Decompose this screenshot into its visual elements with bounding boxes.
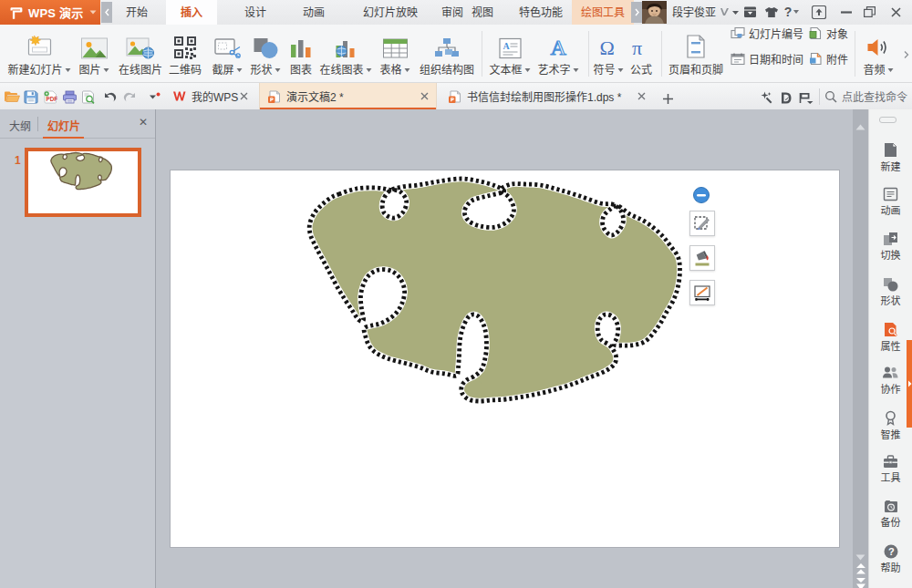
freeform-shape-selected[interactable] <box>171 170 840 547</box>
quickbar-redo-button[interactable] <box>121 88 138 105</box>
sidebar-item-tools[interactable]: 工具 <box>869 455 912 483</box>
quickbar-customize-button[interactable] <box>146 88 162 105</box>
outline-color-button[interactable] <box>689 280 715 305</box>
menu-tab-special[interactable]: 特色功能 <box>510 0 572 25</box>
ribbon-item-label: 页眉和页脚 <box>668 64 723 77</box>
ribbon-object-button[interactable]: 对象 <box>809 26 848 41</box>
ribbon-new-slide-button[interactable]: 新建幻灯片 <box>7 28 70 76</box>
ribbon-textbox-button[interactable]: A 文本框 <box>489 28 530 76</box>
ribbon-symbol-button[interactable]: Ω 符号 <box>593 28 623 76</box>
wps-logo[interactable]: WPS 演示 <box>0 0 100 25</box>
slide-panel-header: 大纲 幻灯片 ✕ <box>0 109 155 139</box>
sidebar-item-shape[interactable]: 形状 <box>869 277 912 306</box>
next-slide-button[interactable] <box>855 577 866 588</box>
ribbon-formula-button[interactable]: π 公式 <box>630 28 652 76</box>
ribbon-group-separator <box>482 31 482 77</box>
sidebar-item-label: 工具 <box>869 472 912 483</box>
doc-tab-letter-envelope[interactable]: 书信信封绘制用图形操作1.dps * <box>439 83 653 109</box>
slide-thumbnail[interactable] <box>25 148 141 217</box>
skin-theme-icon[interactable] <box>762 0 781 24</box>
ribbon-wordart-button[interactable]: A 艺术字 <box>537 28 578 76</box>
close-tab-icon[interactable] <box>240 92 248 100</box>
slide-editing-area[interactable] <box>171 170 840 547</box>
header-footer-icon <box>668 28 723 59</box>
menu-tab-slideshow[interactable]: 幻灯片放映 <box>354 0 427 25</box>
sidebar-item-animation[interactable]: 动画 <box>869 187 912 216</box>
new-tab-button[interactable] <box>659 90 676 107</box>
ribbon-screenshot-button[interactable]: 截屏 <box>212 28 242 76</box>
quickbar-undo-button[interactable] <box>101 88 118 105</box>
close-panel-icon[interactable]: ✕ <box>139 116 148 129</box>
backup-icon <box>869 500 912 513</box>
ribbon-slide-number-button[interactable]: 幻灯片编号 <box>731 26 803 41</box>
menu-tab-drawing-tools[interactable]: 绘图工具 <box>572 0 634 25</box>
tab-scroll-left-button[interactable] <box>101 2 112 23</box>
docer-templates-icon[interactable] <box>778 89 794 106</box>
restore-button[interactable] <box>860 0 878 24</box>
close-tab-icon[interactable] <box>420 92 429 100</box>
close-button[interactable] <box>886 0 905 24</box>
tab-scroll-right-button[interactable] <box>631 2 642 23</box>
menu-tab-home[interactable]: 开始 <box>117 0 157 25</box>
quickbar-export-pdf-button[interactable]: PDF <box>42 88 58 105</box>
beautify-wand-icon[interactable] <box>758 89 774 106</box>
ribbon-orgchart-button[interactable]: 组织结构图 <box>420 28 474 76</box>
menu-tab-insert[interactable]: 插入 <box>166 0 217 25</box>
ribbon-header-footer-button[interactable]: 页眉和页脚 <box>668 28 723 76</box>
logo-caret-icon <box>89 10 97 15</box>
menu-tab-animation[interactable]: 动画 <box>294 0 334 25</box>
ribbon-item-label: 日期和时间 <box>749 51 803 67</box>
sidebar-item-backup[interactable]: 备份 <box>869 500 912 528</box>
textbox-icon: A <box>489 28 530 59</box>
ribbon-attachment-button[interactable]: 附件 <box>809 51 848 67</box>
outline-tab[interactable]: 大纲 <box>9 118 31 133</box>
collapse-ribbon-icon[interactable] <box>810 0 828 24</box>
ribbon-expand-icon[interactable] <box>903 46 909 63</box>
close-tab-icon[interactable] <box>637 92 646 100</box>
help-question-glyph: ? <box>784 5 793 19</box>
doc-tab-presentation2[interactable]: 演示文稿2 * <box>259 83 437 109</box>
task-pane-expand-handle[interactable] <box>907 340 912 428</box>
ribbon-audio-button[interactable]: 音频 <box>863 28 893 76</box>
sidebar-item-properties[interactable]: 属性 <box>869 322 912 352</box>
sidebar-drag-handle[interactable] <box>879 117 896 123</box>
ribbon-picture-button[interactable]: 图片 <box>78 28 109 76</box>
qrcode-icon <box>169 28 202 59</box>
minimize-button[interactable] <box>837 0 855 24</box>
ribbon-chart-button[interactable]: 图表 <box>289 28 313 76</box>
collapse-quick-tools-button[interactable] <box>693 187 710 203</box>
edit-shape-button[interactable] <box>689 211 715 236</box>
ribbon-table-button[interactable]: 表格 <box>379 28 409 76</box>
sidebar-item-new[interactable]: 新建 <box>869 142 912 172</box>
user-avatar[interactable] <box>642 1 667 24</box>
ribbon-online-picture-button[interactable]: 在线图片 <box>119 28 162 76</box>
sidebar-item-smart[interactable]: 智推 <box>869 410 912 440</box>
user-name[interactable]: 段宇俊亚 <box>672 0 716 25</box>
sidebar-item-collaborate[interactable]: 协作 <box>869 366 912 395</box>
save-all-icon[interactable] <box>798 89 814 106</box>
ribbon-item-label: 符号 <box>593 64 615 77</box>
ribbon-online-chart-button[interactable]: 在线图表 <box>319 28 371 76</box>
quickbar-save-button[interactable] <box>23 88 39 105</box>
ribbon-shapes-button[interactable]: 形状 <box>250 28 280 76</box>
symbol-icon: Ω <box>593 28 623 59</box>
help-icon[interactable]: ? <box>782 0 801 24</box>
message-center-icon[interactable] <box>741 0 759 24</box>
quickbar-print-preview-button[interactable] <box>80 88 97 105</box>
user-menu-caret-icon[interactable] <box>732 11 739 15</box>
slides-tab[interactable]: 幻灯片 <box>47 118 80 133</box>
ribbon-date-time-button[interactable]: 日期和时间 <box>731 51 803 67</box>
menu-tab-design[interactable]: 设计 <box>235 0 275 25</box>
fill-color-button[interactable] <box>689 245 715 271</box>
ribbon-qrcode-button[interactable]: 二维码 <box>169 28 202 76</box>
menu-tab-view[interactable]: 视图 <box>462 0 503 25</box>
sidebar-item-transition[interactable]: 切换 <box>869 232 912 261</box>
animation-icon <box>869 187 912 201</box>
quickbar-print-button[interactable] <box>61 88 78 105</box>
command-search-box[interactable]: 点此查找命令 <box>824 83 907 109</box>
sidebar-item-help[interactable]: ? 帮助 <box>869 544 912 573</box>
doc-tab-my-wps[interactable]: 我的WPS <box>167 83 257 109</box>
quickbar-open-button[interactable] <box>4 88 20 105</box>
vertical-scrollbar[interactable] <box>853 109 868 588</box>
scroll-up-icon[interactable] <box>855 118 865 134</box>
